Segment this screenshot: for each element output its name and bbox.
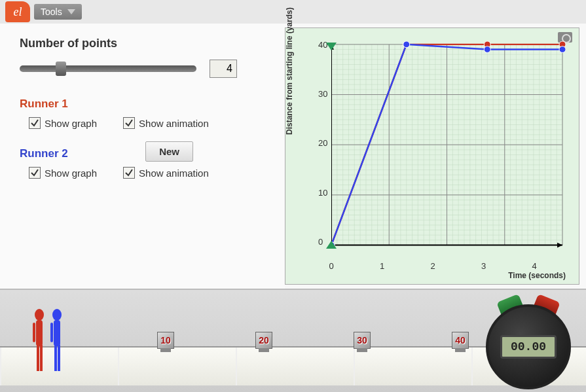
runner2-show-animation-checkbox[interactable]: Show animation [123,167,209,179]
points-input[interactable] [210,60,237,78]
svg-rect-106 [37,345,39,371]
svg-rect-112 [58,345,60,371]
checkbox-label: Show animation [139,168,209,179]
chart-plot [331,41,566,258]
svg-point-101 [403,41,410,48]
svg-marker-93 [557,243,562,248]
distance-marker: 30 [354,332,371,349]
x-tick: 1 [380,261,384,271]
stopwatch-display: 00.00 [500,335,557,359]
runner2-show-graph-checkbox[interactable]: Show graph [29,167,97,179]
new-button[interactable]: New [145,141,193,162]
runner1-show-graph-checkbox[interactable]: Show graph [29,117,97,129]
distance-marker: 40 [452,332,469,349]
svg-rect-107 [40,345,43,371]
svg-rect-105 [36,320,43,346]
x-tick: 2 [430,261,435,271]
checkbox-label: Show graph [45,168,97,179]
axis-drag-handle[interactable] [326,43,337,50]
y-axis-label: Distance from starting line (yards) [285,7,294,135]
runner1-heading: Runner 1 [20,98,265,111]
svg-rect-108 [33,323,35,342]
runner1-show-animation-checkbox[interactable]: Show animation [123,117,209,129]
checkbox-icon [123,167,135,179]
slider-thumb[interactable] [56,62,66,76]
x-tick: 3 [481,261,486,271]
svg-rect-110 [54,320,60,346]
points-heading: Number of points [20,37,265,50]
distance-marker: 10 [157,332,174,349]
y-tick: 20 [318,138,327,148]
tools-dropdown[interactable]: Tools [34,4,82,20]
x-tick: 4 [532,261,536,271]
tools-label: Tools [41,7,62,17]
checkbox-label: Show animation [139,118,209,129]
checkbox-label: Show graph [45,118,97,129]
chart-panel: Distance from starting line (yards) Time… [285,27,579,285]
checkbox-icon [29,167,41,179]
app-logo: el [5,1,30,22]
checkbox-icon [123,117,135,129]
x-axis-label: Time (seconds) [508,271,566,280]
svg-point-104 [35,309,44,321]
svg-rect-111 [54,345,57,371]
runner1-figure [29,307,49,379]
distance-marker: 20 [255,332,272,349]
svg-point-102 [484,46,490,53]
track-area: 10203040 00.00 [0,289,586,392]
y-tick: 30 [318,89,327,99]
controls-panel: Number of points Runner 1 Show graph Sho… [0,24,285,289]
stopwatch: 00.00 [483,298,574,389]
checkbox-icon [29,117,41,129]
runner2-figure [47,307,67,379]
y-tick: 10 [318,187,327,197]
x-tick: 0 [329,261,333,271]
svg-rect-113 [50,323,53,342]
svg-point-103 [559,46,566,53]
svg-point-109 [52,309,62,321]
chevron-down-icon [67,9,75,14]
y-tick: 0 [318,236,323,246]
axis-drag-handle[interactable] [326,241,337,249]
points-slider[interactable] [20,65,196,72]
runner2-heading: Runner 2 [20,147,68,160]
